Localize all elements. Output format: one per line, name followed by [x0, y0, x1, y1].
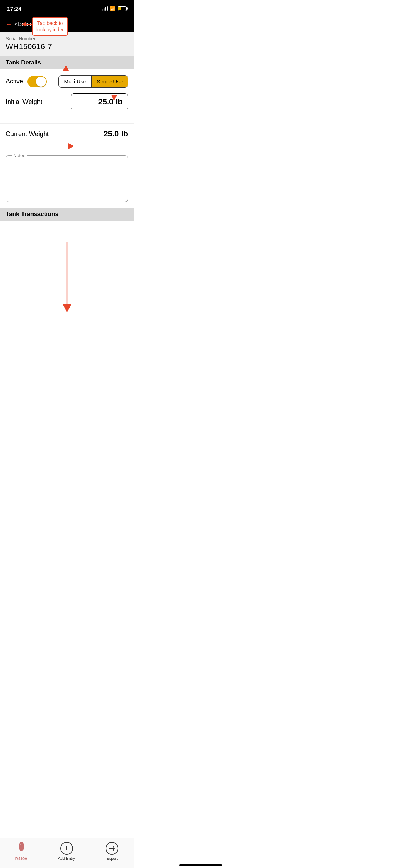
use-type-segmented: Multi Use Single Use: [58, 75, 128, 88]
down-annotation-arrow: [62, 242, 72, 314]
annotation-text: Tap back tolock cylinder: [36, 20, 64, 32]
single-use-button[interactable]: Single Use: [92, 76, 128, 87]
serial-label: Serial Number: [6, 36, 128, 41]
tank-transactions-header: Tank Transactions: [0, 208, 134, 221]
signal-icon: [102, 6, 108, 11]
notes-fieldset: Notes: [6, 153, 128, 202]
initial-weight-row: Initial Weight 25.0 lb: [6, 93, 128, 110]
wifi-icon: 📶: [110, 6, 115, 11]
status-bar: 17:24 📶: [0, 0, 134, 16]
back-label: <Back: [14, 21, 31, 28]
page-root: 17:24 📶 ← <Back Tap back tolock cylinder: [0, 0, 134, 371]
current-weight-label: Current Weight: [6, 130, 49, 138]
annotation-tooltip: Tap back tolock cylinder: [32, 17, 68, 36]
active-toggle[interactable]: [27, 76, 47, 87]
initial-weight-label: Initial Weight: [6, 98, 42, 106]
tank-transactions-body: [0, 221, 134, 335]
notes-section: Notes: [0, 147, 134, 208]
back-arrow-icon: ←: [6, 20, 13, 28]
battery-icon: [118, 6, 127, 11]
nav-bar: ← <Back Tap back tolock cylinder: [0, 16, 134, 32]
status-icons: 📶: [102, 6, 127, 11]
tank-details-header: Tank Details: [0, 56, 134, 69]
active-label: Active: [6, 78, 23, 85]
tank-details-body: Active Multi Use Single Use Initial Weig…: [0, 69, 134, 123]
serial-value: WH150616-7: [6, 42, 128, 51]
back-button[interactable]: ← <Back: [6, 20, 31, 28]
down-arrow-container: [0, 221, 134, 335]
toggle-knob: [36, 77, 46, 87]
multi-use-button[interactable]: Multi Use: [59, 76, 91, 87]
serial-section: Serial Number WH150616-7: [0, 32, 134, 56]
initial-weight-input[interactable]: 25.0 lb: [71, 93, 128, 110]
current-weight-row: Current Weight 25.0 lb: [0, 123, 134, 144]
notes-legend: Notes: [12, 153, 27, 158]
notes-input[interactable]: [10, 161, 123, 182]
status-time: 17:24: [7, 6, 21, 12]
current-weight-value: 25.0 lb: [104, 129, 128, 139]
active-use-row: Active Multi Use Single Use: [6, 75, 128, 88]
